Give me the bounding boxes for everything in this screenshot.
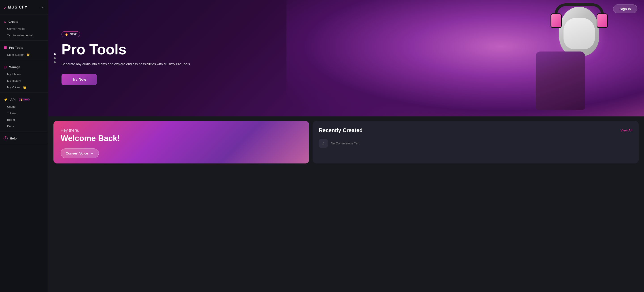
carousel-dot-1[interactable] — [54, 53, 56, 55]
arrow-icon: → — [90, 151, 94, 155]
carousel-dot-2[interactable] — [54, 57, 56, 59]
recently-created-card: Recently Created View All ♫ No Conversio… — [312, 121, 639, 164]
sidebar-item-text-to-instrumental[interactable]: Text to Instrumental — [0, 32, 48, 39]
sidebar-section-create: ♫ Create Convert Voice Text to Instrumen… — [0, 15, 48, 41]
sidebar-section-manage: ⊞ Manage My Library My History My Voices… — [0, 60, 48, 92]
sign-in-button[interactable]: Sign In — [613, 5, 637, 13]
crown-icon-my-voices: 👑 — [23, 86, 26, 89]
collapse-button[interactable]: ‹‹ — [40, 4, 44, 11]
recently-created-header: Recently Created View All — [319, 127, 632, 133]
hero-new-badge: 🔥 NEW — [62, 31, 80, 37]
sidebar-section-create-title[interactable]: ♫ Create — [0, 18, 48, 26]
robot-head — [559, 7, 599, 56]
sidebar-section-api-title[interactable]: ⚡ API 🔥 NEW — [0, 96, 48, 103]
try-now-button[interactable]: Try Now — [62, 74, 97, 85]
carousel-dot-3[interactable] — [54, 61, 56, 63]
sidebar: ♪ MUSICFY ‹‹ ♫ Create Convert Voice Text… — [0, 0, 48, 292]
sidebar-section-api: ⚡ API 🔥 NEW Usage Tokens Billing Docs — [0, 92, 48, 131]
main-content: Sign In 🔥 NEW Pro Tools Seperate any aud… — [48, 0, 644, 292]
sidebar-item-usage[interactable]: Usage — [0, 103, 48, 110]
help-section-icon: ? — [4, 136, 8, 140]
carousel-dots — [54, 53, 56, 63]
api-new-badge: 🔥 NEW — [19, 98, 30, 101]
sidebar-section-help-title[interactable]: ? Help — [0, 135, 48, 142]
welcome-greeting: Hey there, — [60, 128, 302, 133]
recently-created-title: Recently Created — [319, 127, 363, 133]
robot-body — [536, 52, 585, 110]
api-section-icon: ⚡ — [4, 97, 8, 102]
sidebar-item-my-voices[interactable]: My Voices 👑 — [0, 84, 48, 90]
sidebar-item-my-history[interactable]: My History — [0, 77, 48, 84]
manage-section-icon: ⊞ — [4, 65, 6, 69]
hero-background — [286, 0, 644, 116]
welcome-text-area: Hey there, Welcome Back! — [60, 128, 302, 149]
sidebar-section-help: ? Help — [0, 131, 48, 144]
robot-face — [564, 18, 595, 49]
sidebar-section-manage-title[interactable]: ⊞ Manage — [0, 64, 48, 71]
robot-headphone-right — [596, 14, 608, 28]
no-conversions-text: No Conversions Yet — [331, 141, 358, 145]
robot-figure — [532, 2, 626, 114]
convert-voice-button[interactable]: Convert Voice → — [60, 149, 99, 158]
sidebar-section-pro-tools-title[interactable]: ☰ Pro Tools — [0, 44, 48, 52]
welcome-title: Welcome Back! — [60, 134, 302, 143]
sidebar-item-convert-voice[interactable]: Convert Voice — [0, 26, 48, 32]
sidebar-header: ♪ MUSICFY ‹‹ — [0, 0, 48, 15]
sidebar-section-pro-tools: ☰ Pro Tools Stem Splitter 👑 — [0, 41, 48, 60]
fire-icon: 🔥 — [65, 33, 68, 36]
music-note-icon: ♫ — [319, 139, 328, 148]
sidebar-item-stem-splitter[interactable]: Stem Splitter 👑 — [0, 52, 48, 58]
app-name: MUSICFY — [8, 5, 28, 10]
welcome-card: Hey there, Welcome Back! Convert Voice → — [54, 121, 309, 164]
sidebar-item-docs[interactable]: Docs — [0, 123, 48, 129]
hero-description: Seperate any audio into stems and explor… — [62, 61, 190, 67]
hero-content: 🔥 NEW Pro Tools Seperate any audio into … — [62, 31, 190, 85]
view-all-link[interactable]: View All — [620, 128, 632, 132]
robot-headphone-band — [554, 3, 604, 17]
robot-headphone-left — [550, 14, 562, 28]
pro-tools-section-icon: ☰ — [4, 46, 7, 50]
bottom-section: Hey there, Welcome Back! Convert Voice →… — [48, 116, 644, 168]
logo-icon: ♪ — [4, 5, 6, 10]
hero-title: Pro Tools — [62, 42, 190, 57]
sidebar-item-billing[interactable]: Billing — [0, 116, 48, 123]
hero-banner: Sign In 🔥 NEW Pro Tools Seperate any aud… — [48, 0, 644, 116]
crown-icon-stem-splitter: 👑 — [26, 53, 30, 56]
logo-area: ♪ MUSICFY — [4, 5, 28, 10]
sidebar-item-my-library[interactable]: My Library — [0, 71, 48, 77]
sidebar-item-tokens[interactable]: Tokens — [0, 110, 48, 116]
no-conversions-row: ♫ No Conversions Yet — [319, 139, 632, 148]
create-section-icon: ♫ — [4, 20, 6, 24]
